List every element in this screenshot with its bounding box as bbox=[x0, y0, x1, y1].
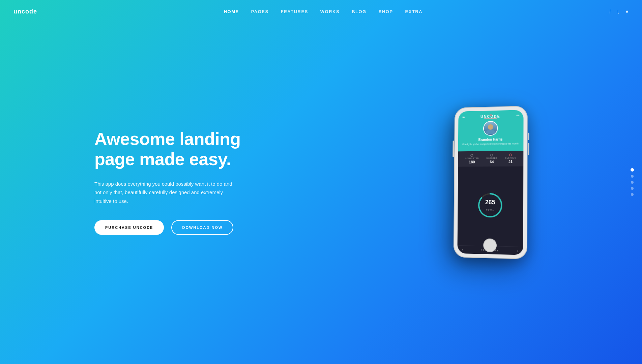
nav-features[interactable]: FEATURES bbox=[281, 9, 308, 14]
nav-pages[interactable]: PAGES bbox=[251, 9, 269, 14]
completed-label: COMPLETED bbox=[465, 157, 479, 159]
scroll-dot-5[interactable] bbox=[631, 193, 634, 196]
scroll-dot-4[interactable] bbox=[631, 187, 634, 190]
stat-completed: COMPLETED 180 bbox=[465, 154, 479, 164]
progress-circle: 265 TOTAL bbox=[477, 192, 504, 219]
prev-arrow-icon: ‹ bbox=[462, 248, 463, 251]
hero-body: This app does everything you could possi… bbox=[94, 180, 236, 206]
total-label: TOTAL bbox=[486, 209, 494, 211]
nav-extra[interactable]: EXTRA bbox=[405, 9, 423, 14]
completed-icon bbox=[471, 154, 473, 157]
home-button bbox=[483, 238, 497, 252]
nav-blog[interactable]: BLOG bbox=[352, 9, 367, 14]
scroll-dot-1[interactable] bbox=[631, 168, 634, 172]
stats-row: COMPLETED 180 SNOOZED 64 OVERDUE 21 bbox=[458, 151, 523, 166]
snoozed-value: 64 bbox=[490, 160, 494, 164]
volume-button-1 bbox=[528, 133, 529, 140]
nav-shop[interactable]: SHOP bbox=[379, 9, 393, 14]
hero-heading: Awesome landing page made easy. bbox=[94, 129, 256, 170]
globe-icon[interactable]: ♥ bbox=[625, 9, 629, 14]
stat-snoozed: SNOOZED 64 bbox=[486, 154, 497, 164]
facebook-icon[interactable]: f bbox=[609, 9, 611, 14]
nav-home[interactable]: HOME bbox=[224, 9, 239, 14]
snoozed-label: SNOOZED bbox=[486, 157, 497, 159]
phone-top bbox=[484, 114, 497, 119]
nav-logo[interactable]: uncode bbox=[13, 8, 37, 15]
phone-screen: ≡ UNCODE ✏ Brandon Harris Good job, you'… bbox=[457, 110, 523, 255]
camera-dot bbox=[490, 114, 492, 116]
hero-section: Awesome landing page made easy. This app… bbox=[0, 0, 642, 364]
total-number: 265 bbox=[485, 199, 495, 206]
scroll-dot-2[interactable] bbox=[631, 175, 634, 178]
overdue-icon bbox=[509, 153, 512, 156]
hero-buttons: PURCHASE UNCODE DOWNLOAD NOW bbox=[94, 220, 256, 235]
circle-section: 265 TOTAL bbox=[458, 166, 524, 247]
user-subtitle: Good job, you've completed 6% more tasks… bbox=[462, 142, 519, 146]
download-button[interactable]: DOWNLOAD NOW bbox=[171, 220, 233, 235]
stat-overdue: OVERDUE 21 bbox=[505, 153, 516, 163]
next-arrow-icon: › bbox=[517, 249, 518, 253]
hamburger-icon: ≡ bbox=[462, 115, 465, 119]
volume-button-2 bbox=[528, 143, 529, 155]
overdue-value: 21 bbox=[508, 159, 513, 163]
hero-text: Awesome landing page made easy. This app… bbox=[94, 129, 256, 235]
overdue-label: OVERDUE bbox=[505, 157, 516, 159]
scroll-dot-3[interactable] bbox=[631, 181, 634, 184]
circle-text: 265 TOTAL bbox=[485, 199, 495, 212]
twitter-icon[interactable]: t bbox=[617, 9, 619, 14]
avatar-image bbox=[484, 122, 497, 135]
navbar: uncode HOME PAGES FEATURES WORKS BLOG SH… bbox=[0, 0, 642, 23]
phone-body: ≡ UNCODE ✏ Brandon Harris Good job, you'… bbox=[454, 106, 528, 260]
power-button bbox=[453, 141, 454, 157]
nav-works[interactable]: WORKS bbox=[320, 9, 340, 14]
app-screen: ≡ UNCODE ✏ Brandon Harris Good job, you'… bbox=[457, 110, 523, 255]
phone-mockup: ≡ UNCODE ✏ Brandon Harris Good job, you'… bbox=[454, 106, 528, 260]
edit-icon: ✏ bbox=[516, 113, 519, 118]
purchase-button[interactable]: PURCHASE UNCODE bbox=[94, 220, 164, 235]
user-avatar bbox=[483, 121, 498, 136]
nav-social: f t ♥ bbox=[609, 9, 629, 14]
nav-links: HOME PAGES FEATURES WORKS BLOG SHOP EXTR… bbox=[224, 8, 422, 14]
snoozed-icon bbox=[491, 154, 493, 156]
completed-value: 180 bbox=[469, 160, 475, 164]
user-name: Brandon Harris bbox=[478, 138, 503, 142]
scroll-dots bbox=[631, 168, 634, 196]
